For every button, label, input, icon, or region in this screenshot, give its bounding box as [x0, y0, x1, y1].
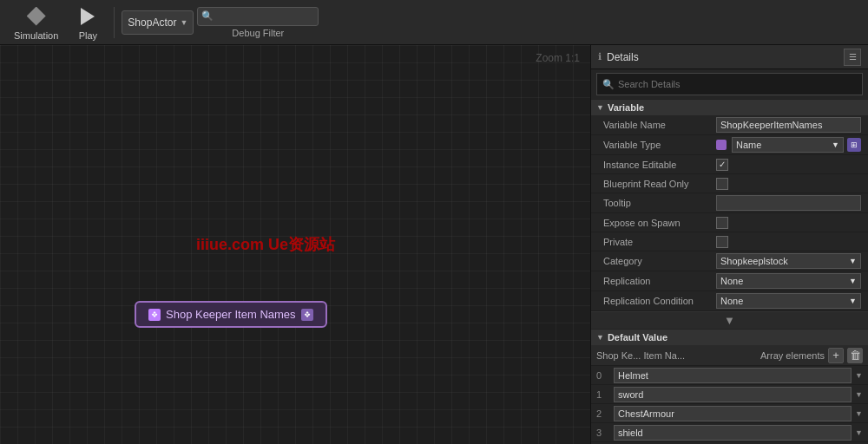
blueprint-canvas[interactable]: Zoom 1:1 iiiue.com Ue资源站 ❖ Shop Keeper I…: [0, 45, 590, 444]
instance-editable-checkbox[interactable]: [716, 159, 728, 171]
variable-section-label: Variable: [608, 102, 644, 113]
node-icon: ❖: [148, 309, 161, 321]
node-expand-icon: ❖: [301, 309, 313, 321]
search-bar[interactable]: 🔍: [596, 73, 863, 95]
array-row-dropdown-icon: ▼: [855, 409, 863, 418]
details-panel: ℹ Details ☰ 🔍 ▼ Variable Variable Name V…: [590, 45, 868, 444]
array-row-input[interactable]: [614, 425, 852, 441]
simulation-icon: [27, 7, 46, 26]
debug-filter-area: 🔍 Debug Filter: [197, 7, 319, 38]
scroll-down-button[interactable]: ▼: [591, 311, 868, 329]
play-button[interactable]: Play: [69, 1, 107, 44]
search-icon: 🔍: [602, 79, 615, 90]
variable-type-text: Name: [736, 140, 761, 150]
dropdown-arrow-icon: ▼: [180, 18, 187, 27]
array-row-index: 0: [596, 370, 610, 381]
variable-name-label: Variable Name: [603, 120, 716, 130]
search-input[interactable]: [618, 79, 857, 89]
array-rows: 0 ▼ 1 ▼ 2 ▼ 3 ▼ 4 ▼ 5 ▼: [591, 366, 868, 444]
play-icon: [81, 8, 95, 25]
add-array-element-button[interactable]: +: [828, 348, 844, 363]
array-row-index: 3: [596, 428, 610, 438]
type-array-button[interactable]: ⊞: [847, 138, 861, 152]
category-dropdown[interactable]: Shopkeeplstock ▼: [716, 253, 861, 269]
array-header: Shop Ke... Item Na... Array elements + 🗑: [591, 345, 868, 366]
blueprint-read-only-checkbox[interactable]: [716, 178, 728, 190]
debug-filter-bar[interactable]: 🔍: [197, 7, 319, 26]
instance-editable-label: Instance Editable: [603, 160, 716, 170]
shop-actor-label: ShopActor: [128, 16, 176, 29]
clear-array-button[interactable]: 🗑: [847, 348, 863, 363]
private-label: Private: [603, 237, 716, 247]
details-icon: ℹ: [598, 51, 602, 62]
toolbar-separator: [114, 7, 115, 38]
replication-dropdown[interactable]: None ▼: [716, 273, 861, 289]
options-icon: ☰: [849, 52, 857, 62]
replication-cond-value: None ▼: [716, 293, 861, 309]
variable-type-label: Variable Type: [603, 140, 716, 150]
array-row-input[interactable]: [614, 387, 852, 402]
tooltip-label: Tooltip: [603, 198, 716, 208]
array-row: 2 ▼: [591, 404, 868, 423]
variable-type-value: Name ▼ ⊞: [716, 137, 861, 153]
replication-cond-text: None: [720, 296, 743, 306]
simulation-button[interactable]: Simulation: [7, 1, 65, 44]
array-row-dropdown-icon: ▼: [855, 428, 863, 437]
tooltip-row: Tooltip: [591, 193, 868, 213]
replication-text: None: [720, 276, 743, 286]
replication-cond-dropdown[interactable]: None ▼: [716, 293, 861, 309]
tooltip-value: [716, 195, 861, 211]
zoom-label: Zoom 1:1: [536, 52, 580, 64]
category-dropdown-arrow-icon: ▼: [849, 257, 857, 265]
blueprint-read-only-label: Blueprint Read Only: [603, 179, 716, 189]
array-count: Array elements: [760, 350, 825, 361]
node-label: Shop Keeper Item Names: [166, 308, 296, 321]
tooltip-input[interactable]: [716, 195, 861, 211]
replication-dropdown-arrow-icon: ▼: [849, 277, 857, 285]
expose-on-spawn-row: Expose on Spawn: [591, 213, 868, 232]
search-icon: 🔍: [201, 10, 214, 22]
shop-actor-dropdown[interactable]: ShopActor ▼: [122, 10, 194, 35]
details-options-button[interactable]: ☰: [844, 49, 861, 66]
category-row: Category Shopkeeplstock ▼: [591, 251, 868, 271]
variable-name-row: Variable Name: [591, 115, 868, 135]
expose-on-spawn-value: [716, 217, 861, 229]
blueprint-read-only-value: [716, 178, 861, 190]
default-value-section-header: ▼ Default Value: [591, 329, 868, 345]
debug-filter-label: Debug Filter: [232, 28, 284, 38]
instance-editable-value: [716, 159, 861, 171]
array-row-index: 2: [596, 408, 610, 419]
replication-cond-row: Replication Condition None ▼: [591, 291, 868, 311]
replication-cond-dropdown-arrow-icon: ▼: [849, 297, 857, 305]
main-area: Zoom 1:1 iiiue.com Ue资源站 ❖ Shop Keeper I…: [0, 45, 868, 444]
array-row-index: 1: [596, 389, 610, 400]
variable-type-row: Variable Type Name ▼ ⊞: [591, 135, 868, 155]
simulation-label: Simulation: [14, 30, 58, 41]
blueprint-read-only-row: Blueprint Read Only: [591, 174, 868, 193]
section-collapse-icon: ▼: [596, 103, 604, 112]
default-section-collapse-icon: ▼: [596, 333, 604, 342]
replication-row: Replication None ▼: [591, 271, 868, 291]
array-row-dropdown-icon: ▼: [855, 371, 863, 380]
expose-on-spawn-label: Expose on Spawn: [603, 218, 716, 228]
toolbar: Simulation Play ShopActor ▼ 🔍 Debug Filt…: [0, 0, 868, 45]
expose-on-spawn-checkbox[interactable]: [716, 217, 728, 229]
watermark: iiiue.com Ue资源站: [196, 234, 335, 255]
array-rows-container: 0 ▼ 1 ▼ 2 ▼ 3 ▼ 4 ▼ 5 ▼ Expansion: [591, 366, 868, 444]
private-checkbox[interactable]: [716, 236, 728, 248]
variable-section-header: ▼ Variable: [591, 99, 868, 115]
variable-name-input[interactable]: [716, 117, 861, 133]
variable-type-dropdown[interactable]: Name ▼: [732, 137, 844, 153]
replication-value: None ▼: [716, 273, 861, 289]
details-header: ℹ Details ☰: [591, 45, 868, 69]
blueprint-node[interactable]: ❖ Shop Keeper Item Names ❖: [135, 301, 327, 328]
details-title: Details: [607, 51, 838, 63]
category-label: Category: [603, 256, 716, 266]
play-label: Play: [79, 30, 97, 41]
private-value: [716, 236, 861, 248]
category-text: Shopkeeplstock: [720, 256, 788, 266]
array-row-input[interactable]: [614, 406, 852, 421]
array-row-input[interactable]: [614, 368, 852, 383]
instance-editable-row: Instance Editable: [591, 155, 868, 174]
array-row-dropdown-icon: ▼: [855, 390, 863, 399]
